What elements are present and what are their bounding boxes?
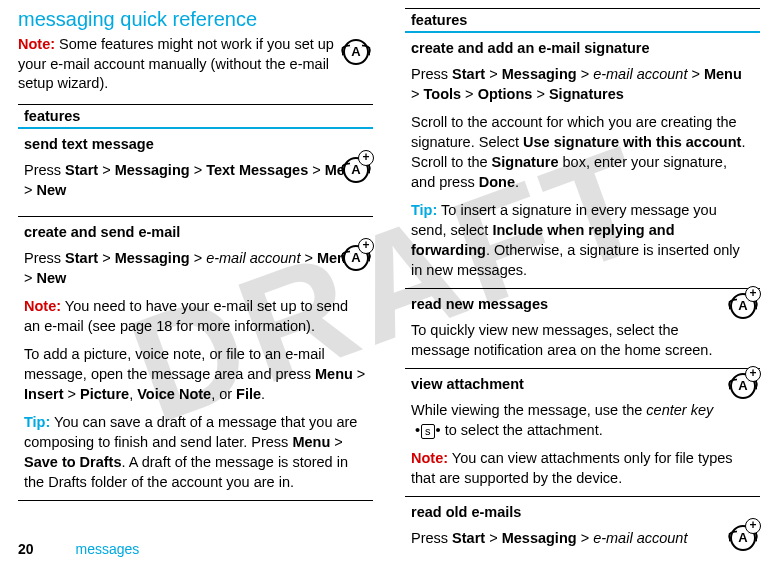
features-table-right: features create and add an e-mail signat… [405,8,760,556]
ui-path: Start [452,66,485,82]
ui-path: New [37,182,67,198]
row-note: Note: You need to have your e-mail set u… [24,296,367,336]
text: . [261,386,265,402]
text: Press [411,66,452,82]
ui-path: Messaging [502,66,577,82]
row-create-signature: create and add an e-mail signature Press… [405,32,760,289]
ui-path: Menu [704,66,742,82]
row-body-1: While viewing the message, use the cente… [411,400,754,440]
tip-label: Tip: [411,202,437,218]
network-plus-icon [730,525,756,556]
sep: > [64,386,81,402]
center-key-icon: s [421,424,435,439]
section-heading: messaging quick reference [18,8,373,31]
text: To add a picture, voice note, or file to… [24,346,325,382]
text: to select the attachment. [445,422,603,438]
text: Press [411,530,452,546]
row-title: create and add an e-mail signature [411,38,754,58]
text: Press [24,250,65,266]
intro-text: Some features might not work if you set … [18,36,334,91]
sep: > [485,530,502,546]
row-title: send text message [24,134,367,154]
ui-path: Use signature with this account [523,134,741,150]
sep: > [330,434,343,450]
ui-path: Signature [492,154,559,170]
tip-label: Tip: [24,414,50,430]
page-content: messaging quick reference Note: Some fea… [0,0,783,564]
row-read-new-messages: read new messages To quickly view new me… [405,289,760,369]
text: While viewing the message, use the [411,402,646,418]
ui-path: Voice Note [137,386,211,402]
ui-path: Done [479,174,515,190]
row-body: Press Start > Messaging > e-mail account [411,528,754,548]
row-title: read new messages [411,294,754,314]
row-title: read old e-mails [411,502,754,522]
ui-path-italic: e-mail account [593,530,687,546]
text: You need to have your e-mail set up to s… [24,298,348,334]
note-label: Note: [18,36,55,52]
sep: > [353,366,366,382]
ui-path: Menu [315,366,353,382]
network-icon [343,39,369,71]
ui-path: Start [452,530,485,546]
ui-path: Messaging [115,162,190,178]
sep: > [577,66,594,82]
ui-path: Start [65,162,98,178]
row-tip: Tip: To insert a signature in every mess… [411,200,754,280]
row-body-2: To add a picture, voice note, or file to… [24,344,367,404]
sep: > [98,250,115,266]
ui-path: Text Messages [206,162,308,178]
text: Press [24,162,65,178]
intro-paragraph: Note: Some features might not work if yo… [18,35,373,94]
ui-path: File [236,386,261,402]
row-tip: Tip: You can save a draft of a message t… [24,412,367,492]
ui-path: Picture [80,386,129,402]
sep: > [485,66,502,82]
ui-path: Tools [424,86,462,102]
ui-path: Options [478,86,533,102]
text: You can view attachments only for file t… [411,450,733,486]
features-header: features [18,104,373,128]
note-label: Note: [24,298,61,314]
ui-path: Signatures [549,86,624,102]
row-body-1: Press Start > Messaging > e-mail account… [24,248,367,288]
sep: > [190,250,207,266]
sep: > [190,162,207,178]
row-body: To quickly view new messages, select the… [411,320,754,360]
row-read-old-emails: read old e-mails Press Start > Messaging… [405,497,760,557]
row-view-attachment: view attachment While viewing the messag… [405,369,760,497]
sep: > [300,250,317,266]
row-body-2: Scroll to the account for which you are … [411,112,754,192]
ui-path: New [37,270,67,286]
network-plus-icon [730,293,756,324]
ui-path: Start [65,250,98,266]
ui-path: Save to Drafts [24,454,122,470]
ui-path: Insert [24,386,64,402]
sep: > [411,86,424,102]
sep: , or [211,386,236,402]
sep: > [24,182,37,198]
network-plus-icon [343,157,369,188]
text: . [515,174,519,190]
network-plus-icon [730,373,756,404]
sep: > [461,86,478,102]
sep: > [98,162,115,178]
sep: > [308,162,325,178]
ui-path-italic: center key [646,402,713,418]
note-label: Note: [411,450,448,466]
row-body-1: Press Start > Messaging > e-mail account… [411,64,754,104]
sep: > [577,530,594,546]
ui-path: Messaging [115,250,190,266]
row-title: create and send e-mail [24,222,367,242]
features-table-left: features send text message Press Start >… [18,104,373,501]
features-header: features [405,9,760,33]
row-send-text-message: send text message Press Start > Messagin… [18,128,373,217]
right-column: features create and add an e-mail signat… [405,8,760,556]
network-plus-icon [343,245,369,276]
ui-path-italic: e-mail account [593,66,691,82]
ui-path: Messaging [502,530,577,546]
sep: > [691,66,704,82]
row-note: Note: You can view attachments only for … [411,448,754,488]
row-create-send-email: create and send e-mail Press Start > Mes… [18,216,373,500]
row-body: Press Start > Messaging > Text Messages … [24,160,367,200]
